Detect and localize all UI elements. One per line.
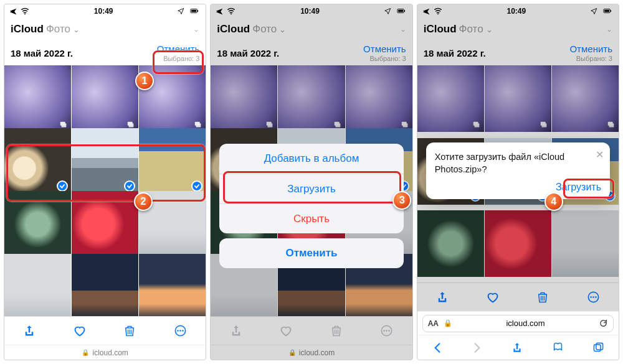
cancel-button[interactable]: Отменить (363, 44, 406, 54)
location-icon (384, 7, 392, 15)
close-icon[interactable]: ✕ (596, 149, 604, 161)
photo-thumb[interactable] (278, 65, 345, 132)
album-header[interactable]: iCloud Фото ⌄ ⌄ (211, 18, 412, 40)
safari-minimal-bar[interactable]: 🔒 icloud.com (4, 345, 206, 360)
selection-check-icon (191, 180, 202, 192)
selection-check-icon (124, 180, 135, 192)
chevron-down-icon[interactable]: ⌄ (193, 25, 199, 34)
photo-thumb[interactable] (139, 254, 206, 316)
annotation-badge: 4 (545, 192, 563, 211)
chevron-down-icon: ⌄ (279, 25, 286, 34)
selected-count: Выбрано: 3 (163, 55, 199, 62)
stack-icon (265, 120, 274, 129)
photo-thumb[interactable] (4, 254, 71, 316)
lock-icon: 🔒 (288, 349, 296, 356)
photo-thumb[interactable] (552, 65, 619, 132)
more-icon[interactable] (174, 324, 187, 337)
battery-icon (601, 7, 614, 16)
download-button[interactable]: Загрузить (435, 182, 601, 193)
status-time: 10:49 (235, 7, 384, 16)
status-bar: 10:49 (4, 4, 206, 18)
more-icon[interactable] (587, 291, 600, 304)
photo-thumb[interactable] (72, 65, 138, 132)
selected-count: Выбрано: 3 (369, 55, 406, 62)
photo-thumb[interactable] (72, 128, 138, 195)
heart-icon[interactable] (74, 325, 86, 337)
date-label: 18 май 2022 г. (424, 48, 486, 58)
stack-icon (59, 120, 68, 129)
stack-icon (401, 120, 409, 129)
url-text: icloud.com (299, 348, 335, 357)
location-icon (591, 7, 598, 15)
text-size-icon[interactable]: AA (428, 319, 439, 328)
annotation-badge: 2 (134, 192, 153, 211)
action-toolbar (211, 316, 412, 345)
share-icon[interactable] (511, 342, 523, 353)
heart-icon (280, 325, 292, 337)
bookmarks-icon[interactable] (552, 342, 564, 353)
photo-thumb[interactable] (72, 254, 138, 316)
wifi-icon (21, 7, 29, 16)
date-row: 18 май 2022 г. Отменить Выбрано: 3 (417, 40, 619, 65)
action-toolbar (4, 316, 206, 345)
stack-icon (333, 120, 342, 129)
reload-icon[interactable] (599, 319, 608, 328)
photo-thumb[interactable] (485, 65, 551, 132)
stack-icon (607, 120, 616, 129)
heart-icon[interactable] (487, 291, 499, 304)
wifi-icon (434, 7, 442, 16)
cancel-button[interactable]: Отменить (569, 44, 612, 54)
trash-icon[interactable] (536, 291, 549, 304)
action-sheet: Добавить в альбом Загрузить Скрыть Отмен… (219, 144, 403, 273)
share-icon[interactable] (436, 291, 449, 304)
chevron-down-icon[interactable]: ⌄ (400, 25, 406, 34)
chevron-down-icon: ⌄ (486, 25, 493, 34)
date-label: 18 май 2022 г. (217, 48, 279, 58)
location-icon (178, 7, 185, 15)
sheet-add-to-album[interactable]: Добавить в альбом (219, 144, 403, 174)
back-icon[interactable] (432, 342, 443, 353)
stack-icon (194, 120, 202, 129)
sheet-cancel[interactable]: Отменить (219, 238, 403, 268)
safari-minimal-bar[interactable]: 🔒 icloud.com (211, 345, 412, 360)
url-text: icloud.com (457, 319, 594, 328)
battery-icon (188, 7, 201, 16)
download-prompt: ✕ Хотите загрузить файл «iCloud Photos.z… (426, 142, 610, 199)
photo-thumb[interactable] (4, 191, 71, 258)
photo-thumb[interactable] (211, 65, 277, 132)
lock-icon: 🔒 (82, 349, 89, 356)
selection-check-icon (57, 180, 68, 192)
action-toolbar (417, 282, 619, 311)
safari-address-bar[interactable]: AA 🔒 icloud.com (417, 311, 619, 335)
chevron-down-icon: ⌄ (73, 25, 80, 34)
sheet-hide[interactable]: Скрыть (219, 203, 403, 233)
album-header[interactable]: iCloud Фото ⌄ ⌄ (417, 18, 619, 40)
photo-thumb[interactable] (346, 65, 412, 132)
trash-icon[interactable] (123, 325, 136, 337)
safari-nav-bar (417, 335, 619, 360)
photo-thumb[interactable] (485, 210, 551, 277)
chevron-down-icon[interactable]: ⌄ (606, 25, 612, 34)
photo-thumb[interactable] (72, 191, 138, 258)
more-icon (380, 324, 393, 337)
forward-icon (472, 342, 483, 353)
annotation-badge: 1 (135, 72, 154, 90)
url-text: icloud.com (92, 348, 128, 357)
photo-grid (4, 65, 206, 316)
photo-thumb[interactable] (552, 210, 619, 277)
share-icon[interactable] (23, 325, 36, 337)
status-time: 10:49 (442, 7, 591, 16)
screenshot-3: 10:49 iCloud Фото ⌄ ⌄ 18 май 2022 г. Отм… (417, 4, 619, 360)
sheet-download[interactable]: Загрузить (219, 174, 403, 203)
photo-thumb[interactable] (139, 128, 206, 195)
cancel-button[interactable]: Отменить (157, 44, 200, 54)
photo-thumb[interactable] (4, 128, 71, 195)
album-header[interactable]: iCloud Фото ⌄ ⌄ (4, 18, 206, 40)
photo-thumb[interactable] (417, 210, 484, 277)
airplane-icon (9, 7, 17, 16)
photo-thumb[interactable] (4, 65, 71, 132)
photo-thumb[interactable] (417, 65, 484, 132)
share-icon (230, 325, 242, 337)
tabs-icon[interactable] (592, 342, 604, 353)
screenshot-1: 10:49 iCloud Фото ⌄ ⌄ 18 май 2022 г. Отм… (4, 4, 206, 360)
